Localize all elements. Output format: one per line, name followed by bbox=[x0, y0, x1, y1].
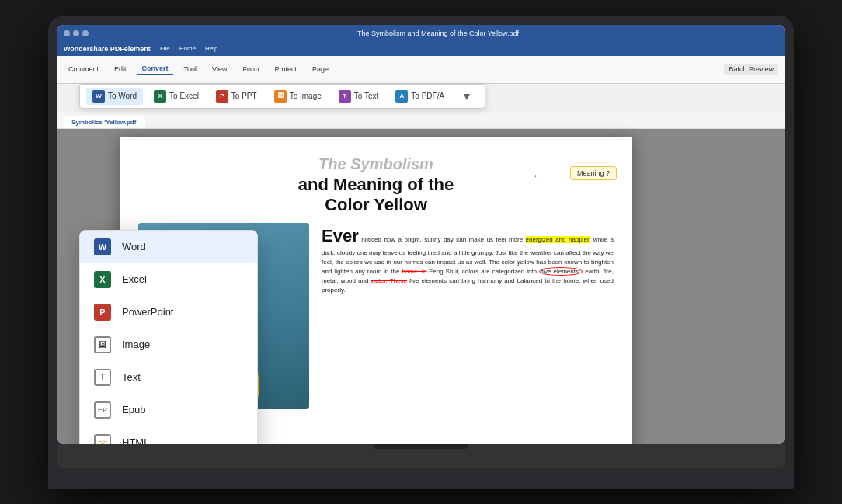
conv-ppt-icon: P bbox=[216, 90, 228, 103]
toolbar-protect[interactable]: Protect bbox=[270, 64, 301, 75]
conv-image-icon: 🖼 bbox=[274, 90, 287, 103]
tab-bar: Symbolics 'Yellow.pdf' bbox=[57, 112, 785, 129]
strikethrough-text: home. In bbox=[402, 268, 426, 275]
word-icon: W bbox=[94, 238, 111, 255]
laptop-screen: The Symbolism and Meaning of the Color Y… bbox=[57, 25, 785, 444]
toolbar-view[interactable]: View bbox=[207, 64, 231, 75]
main-toolbar: Comment Edit Convert Tool View Form Prot… bbox=[57, 56, 785, 84]
toolbar-convert[interactable]: Convert bbox=[137, 63, 173, 75]
text-icon: T bbox=[94, 369, 111, 386]
excel-icon: X bbox=[94, 271, 111, 288]
text-label: Text bbox=[122, 371, 141, 383]
dropdown-menu: W Word X Excel P PowerPoint 🖼 Image bbox=[79, 230, 258, 444]
dropdown-item-excel[interactable]: X Excel bbox=[80, 263, 257, 296]
conv-to-image-btn[interactable]: 🖼 To Image bbox=[268, 88, 328, 105]
tooltip-arrow: ← bbox=[532, 169, 543, 182]
tab-yellow-pdf[interactable]: Symbolics 'Yellow.pdf' bbox=[64, 116, 145, 128]
main-content: The Symbolism and Meaning of the Color Y… bbox=[57, 129, 785, 444]
laptop-bottom bbox=[57, 444, 785, 468]
word-label: Word bbox=[122, 241, 146, 252]
app-title: The Symbolism and Meaning of the Color Y… bbox=[98, 30, 778, 37]
pdf-paragraph: Ever noticed how a bright, sunny day can… bbox=[322, 223, 614, 295]
menu-help[interactable]: Help bbox=[205, 45, 217, 52]
strikethrough-water: water. These bbox=[371, 277, 408, 284]
window-dot-1 bbox=[64, 30, 70, 36]
menu-home[interactable]: Home bbox=[179, 45, 196, 52]
pdf-app: The Symbolism and Meaning of the Color Y… bbox=[57, 25, 785, 444]
dropdown-item-image[interactable]: 🖼 Image bbox=[80, 328, 257, 361]
toolbar-comment[interactable]: Comment bbox=[64, 64, 103, 75]
conv-more-btn[interactable]: ▼ bbox=[455, 88, 478, 105]
big-ever: Ever bbox=[322, 226, 359, 245]
image-icon: 🖼 bbox=[94, 336, 111, 353]
conv-to-ppt-btn[interactable]: P To PPT bbox=[210, 88, 263, 105]
laptop-notch bbox=[374, 444, 468, 449]
meaning-tooltip: Meaning ? bbox=[570, 166, 617, 180]
conv-word-icon: W bbox=[92, 90, 105, 103]
toolbar-tool[interactable]: Tool bbox=[179, 64, 202, 75]
window-dot-3 bbox=[82, 30, 89, 36]
conv-excel-icon: X bbox=[154, 90, 166, 103]
powerpoint-icon: P bbox=[94, 304, 111, 321]
conv-to-pdfa-btn[interactable]: A To PDF/A bbox=[389, 88, 451, 105]
highlight-text: energized and happier, bbox=[526, 236, 591, 243]
conv-text-icon: T bbox=[339, 90, 351, 103]
powerpoint-label: PowerPoint bbox=[122, 306, 173, 318]
title-bar: The Symbolism and Meaning of the Color Y… bbox=[57, 25, 785, 42]
dropdown-item-epub[interactable]: EP Epub bbox=[80, 394, 257, 426]
toolbar-form[interactable]: Form bbox=[238, 64, 263, 75]
convert-toolbar: W To Word X To Excel P To PPT 🖼 To Image… bbox=[79, 84, 485, 109]
conv-to-word-btn[interactable]: W To Word bbox=[86, 88, 143, 105]
epub-icon: EP bbox=[94, 401, 111, 419]
window-dot-2 bbox=[73, 30, 79, 36]
dropdown-item-html[interactable]: </> HTML bbox=[80, 426, 257, 444]
dropdown-item-word[interactable]: W Word bbox=[80, 231, 257, 263]
conv-pdfa-icon: A bbox=[395, 90, 408, 103]
toolbar-edit[interactable]: Edit bbox=[110, 64, 131, 75]
conv-to-text-btn[interactable]: T To Text bbox=[332, 88, 385, 105]
menu-file[interactable]: File bbox=[160, 45, 170, 52]
html-icon: </> bbox=[94, 434, 111, 444]
pdf-text-area: Ever noticed how a bright, sunny day can… bbox=[322, 223, 614, 409]
conv-to-excel-btn[interactable]: X To Excel bbox=[148, 88, 205, 105]
dropdown-item-text[interactable]: T Text bbox=[80, 361, 257, 394]
html-label: HTML bbox=[122, 436, 149, 444]
toolbar-batch-preview[interactable]: Batch Preview bbox=[724, 64, 778, 75]
excel-label: Excel bbox=[122, 273, 147, 285]
laptop-outer: The Symbolism and Meaning of the Color Y… bbox=[48, 16, 794, 489]
circle-five: five elements: bbox=[539, 267, 583, 276]
dropdown-item-powerpoint[interactable]: P PowerPoint bbox=[80, 296, 257, 328]
image-label: Image bbox=[122, 339, 150, 350]
menu-bar: Wondershare PDFelement File Home Help bbox=[57, 42, 785, 56]
menu-app-name: Wondershare PDFelement bbox=[64, 45, 151, 53]
epub-label: Epub bbox=[122, 404, 145, 415]
toolbar-page[interactable]: Page bbox=[308, 64, 333, 75]
